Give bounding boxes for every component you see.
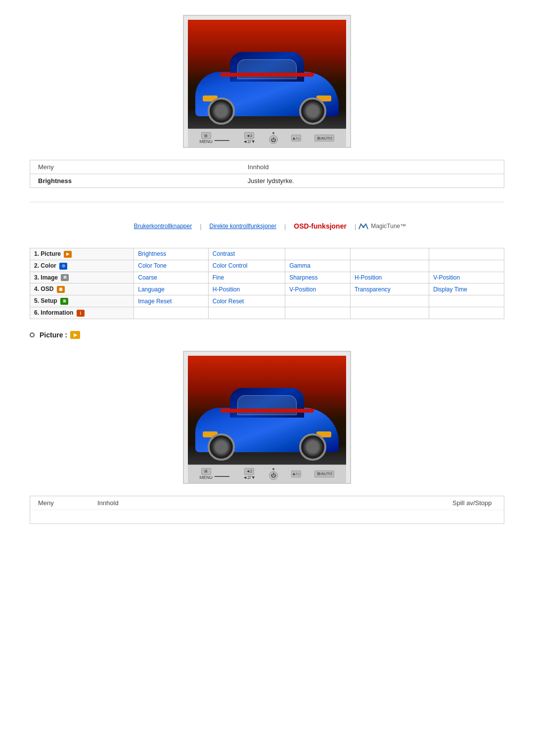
- monitor-frame-1: ⊞ MENU ◄2 ◄2/▼ ⏻ ▲/☼ ⊞/AUTO: [183, 15, 351, 148]
- menu-icon-btn[interactable]: ⊞: [201, 132, 211, 139]
- osd-osd-hpos[interactable]: H-Position: [208, 284, 285, 295]
- menu-label: MENU: [200, 139, 213, 144]
- info1-row1-col2: Juster lydstyrke.: [240, 174, 504, 188]
- monitor-base-bar-1: ⊞ MENU ◄2 ◄2/▼ ⏻ ▲/☼ ⊞/AUTO: [188, 129, 346, 147]
- osd-row-setup: 5. Setup ⊞ Image Reset Color Reset: [30, 295, 504, 307]
- osd-information-icon: i: [77, 310, 85, 317]
- nav-sep-1: |: [198, 223, 203, 230]
- osd-menu-table: 1. Picture ▶ Brightness Contrast 2. Colo…: [30, 248, 504, 319]
- menu-btn[interactable]: ⊞ MENU: [200, 132, 213, 144]
- osd-menu-color-label: 2. Color: [34, 262, 56, 269]
- menu-label-2: MENU: [200, 475, 213, 480]
- magictune-logo-icon: [358, 222, 369, 230]
- osd-row-color: 2. Color ⊙ Color Tone Color Control Gamm…: [30, 260, 504, 272]
- info2-row1-empty1: [30, 510, 89, 523]
- osd-image-hpos[interactable]: H-Position: [350, 272, 429, 284]
- tab-brukerkontroll[interactable]: Brukerkontrollknapper: [128, 221, 198, 232]
- nav-sep-2: |: [282, 223, 288, 230]
- vol-btn[interactable]: ◄2 ◄2/▼: [243, 132, 255, 144]
- page-wrapper: ⊞ MENU ◄2 ◄2/▼ ⏻ ▲/☼ ⊞/AUTO: [0, 0, 534, 539]
- power-btn-2[interactable]: ⏻: [269, 471, 278, 480]
- osd-row-picture: 1. Picture ▶ Brightness Contrast: [30, 248, 504, 260]
- osd-row-image: 3. Image ⊞ Coarse Fine Sharpness H-Posit…: [30, 272, 504, 284]
- osd-info-empty1: [134, 307, 209, 319]
- osd-menu-color: 2. Color ⊙: [30, 260, 134, 272]
- osd-image-vpos[interactable]: V-Position: [429, 272, 504, 284]
- osd-color-gamma[interactable]: Gamma: [285, 260, 351, 272]
- osd-osd-transparency[interactable]: Transparency: [350, 284, 429, 295]
- osd-menu-setup-label: 5. Setup: [34, 297, 57, 304]
- osd-picture-brightness[interactable]: Brightness: [134, 248, 209, 260]
- monitor-screen-1: [188, 20, 346, 129]
- osd-info-empty5: [429, 307, 504, 319]
- osd-picture-contrast[interactable]: Contrast: [208, 248, 285, 260]
- brightness-icon[interactable]: ▲/☼: [291, 135, 301, 142]
- tab-osd[interactable]: OSD-funksjoner: [288, 220, 353, 232]
- osd-setup-imgreset[interactable]: Image Reset: [134, 295, 209, 307]
- vol-icon[interactable]: ◄2: [244, 132, 254, 139]
- power-btn[interactable]: ⏻: [269, 135, 278, 144]
- info-table-2: Meny Innhold Spill av/Stopp: [30, 496, 504, 524]
- osd-image-sharpness[interactable]: Sharpness: [285, 272, 351, 284]
- info1-header-col1: Meny: [30, 160, 240, 174]
- osd-color-empty1: [350, 260, 429, 272]
- osd-picture-empty3: [429, 248, 504, 260]
- picture-heading: Picture : ▶: [30, 331, 504, 339]
- osd-osd-language[interactable]: Language: [134, 284, 209, 295]
- osd-color-control[interactable]: Color Control: [208, 260, 285, 272]
- osd-menu-picture-label: 1. Picture: [34, 250, 61, 257]
- osd-menu-information-label: 6. Information: [34, 309, 73, 316]
- info1-header-col2: Innhold: [240, 160, 504, 174]
- osd-color-tone[interactable]: Color Tone: [134, 260, 209, 272]
- vol-icon-2[interactable]: ◄2: [244, 468, 254, 475]
- btn-group-2: ⊞ MENU: [200, 468, 230, 480]
- info-table-1: Meny Innhold Brightness Juster lydstyrke…: [30, 160, 504, 188]
- auto-icon[interactable]: ⊞/AUTO: [314, 135, 334, 142]
- osd-osd-icon: ▦: [57, 286, 65, 293]
- btn-group: ⊞ MENU: [200, 132, 230, 144]
- magictune-label: MagicTune™: [371, 223, 406, 230]
- brightness-btn[interactable]: ▲/☼: [291, 135, 301, 142]
- tab-direkte[interactable]: Direkte kontrollfunksjoner: [204, 221, 282, 232]
- auto-btn-2[interactable]: ⊞/AUTO: [314, 471, 334, 477]
- circle-bullet-icon: [30, 332, 35, 337]
- divider-1: [30, 202, 504, 202]
- monitor-frame-2: ⊞ MENU ◄2 ◄2/▼ ⏻ ▲/☼ ⊞/AUTO: [183, 351, 351, 484]
- svg-point-0: [362, 226, 364, 228]
- osd-image-fine[interactable]: Fine: [208, 272, 285, 284]
- brightness-btn-2[interactable]: ▲/☼: [291, 471, 301, 477]
- osd-info-empty4: [350, 307, 429, 319]
- osd-setup-empty3: [429, 295, 504, 307]
- info2-header-col1: Meny: [30, 496, 89, 510]
- osd-row-information: 6. Information i: [30, 307, 504, 319]
- osd-menu-osd-label: 4. OSD: [34, 285, 53, 292]
- brightness-icon-2[interactable]: ▲/☼: [291, 471, 301, 477]
- vol-btn-2[interactable]: ◄2 ◄2/▼: [243, 468, 255, 480]
- osd-menu-image-label: 3. Image: [34, 274, 58, 281]
- osd-menu-osd: 4. OSD ▦: [30, 284, 134, 295]
- auto-icon-2[interactable]: ⊞/AUTO: [314, 471, 334, 477]
- osd-picture-empty1: [285, 248, 351, 260]
- auto-btn[interactable]: ⊞/AUTO: [314, 135, 334, 142]
- menu-btn-2[interactable]: ⊞ MENU: [200, 468, 213, 480]
- osd-setup-empty1: [285, 295, 351, 307]
- info2-header-col2: Innhold: [89, 496, 445, 510]
- info2-row1-empty2: [89, 510, 445, 523]
- osd-image-icon: ⊞: [61, 274, 69, 281]
- osd-info-empty3: [285, 307, 351, 319]
- osd-menu-image: 3. Image ⊞: [30, 272, 134, 284]
- osd-osd-displaytime[interactable]: Display Time: [429, 284, 504, 295]
- osd-setup-colorreset[interactable]: Color Reset: [208, 295, 285, 307]
- vol-label-2: ◄2/▼: [243, 475, 255, 480]
- tab-magictune[interactable]: MagicTune™: [358, 222, 406, 230]
- osd-color-icon: ⊙: [59, 263, 67, 270]
- vol-label: ◄2/▼: [243, 139, 255, 144]
- osd-row-osd: 4. OSD ▦ Language H-Position V-Position …: [30, 284, 504, 295]
- nav-tabs: Brukerkontrollknapper | Direkte kontroll…: [30, 216, 504, 236]
- osd-image-coarse[interactable]: Coarse: [134, 272, 209, 284]
- osd-osd-vpos[interactable]: V-Position: [285, 284, 351, 295]
- monitor-screen-2: [188, 356, 346, 465]
- picture-heading-label: Picture :: [40, 331, 67, 339]
- info2-row1-empty3: [445, 510, 504, 523]
- menu-icon-btn-2[interactable]: ⊞: [201, 468, 211, 475]
